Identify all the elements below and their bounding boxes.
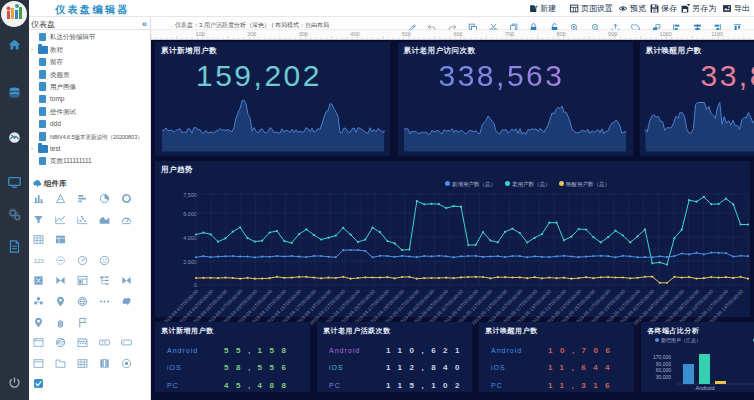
svg-text:60,000: 60,000 <box>656 367 672 373</box>
svg-text:90,000: 90,000 <box>656 360 672 366</box>
svg-text:Android: Android <box>696 385 715 390</box>
svg-text:TE: TE <box>101 340 107 345</box>
svg-text:123: 123 <box>34 257 44 264</box>
svg-text:170,000: 170,000 <box>653 354 671 360</box>
svg-text:30,000: 30,000 <box>656 373 672 379</box>
